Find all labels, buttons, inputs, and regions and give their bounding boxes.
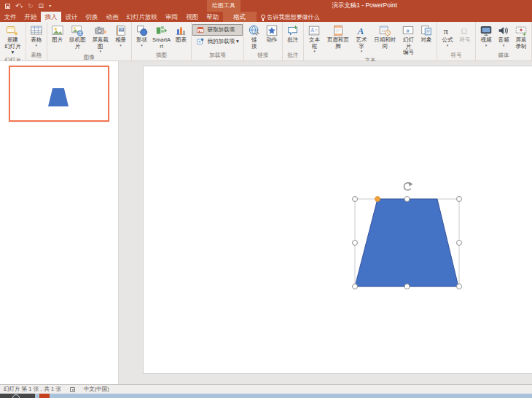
symbol-button[interactable]: Ω符号 — [456, 23, 474, 44]
pictures-label: 图片 — [52, 37, 63, 44]
slide-counter[interactable]: 幻灯片 第 1 张，共 1 张 — [4, 386, 61, 393]
equation-label: 公式▾ — [442, 37, 453, 47]
redo-icon[interactable]: ↻ — [28, 2, 34, 9]
slide-thumbnail-1[interactable] — [9, 66, 109, 122]
customize-quick-access-icon[interactable]: ▾ — [49, 2, 51, 9]
group-label-tables: 表格 — [26, 52, 47, 61]
get-add-ins-button[interactable]: 获取加载项 — [193, 25, 241, 35]
resize-handle-bottom-right[interactable] — [457, 284, 462, 289]
rotate-handle-icon[interactable] — [404, 182, 412, 190]
link-label: 链接 — [251, 37, 257, 50]
comment-icon — [286, 24, 300, 37]
table-label: 表格▾ — [31, 37, 42, 47]
symbol-icon: Ω — [458, 24, 472, 37]
store-icon — [196, 26, 205, 34]
tab-view[interactable]: 视图 — [182, 12, 203, 22]
svg-text:A: A — [310, 28, 315, 34]
action-button[interactable]: 动作 — [263, 23, 281, 44]
equation-icon: π — [441, 24, 454, 37]
shapes-label: 形状▾ — [136, 37, 147, 47]
tab-design[interactable]: 设计 — [61, 12, 82, 22]
photo-album-button[interactable]: 相册▾ — [112, 23, 130, 48]
window-title: 演示文稿1 - PowerPoint — [332, 1, 397, 10]
header-footer-button[interactable]: 页眉和页脚 — [324, 23, 352, 50]
tab-insert[interactable]: 插入 — [41, 12, 61, 22]
tab-file[interactable]: 文件 — [0, 12, 20, 22]
tab-help[interactable]: 帮助 — [203, 12, 223, 22]
resize-handle-right[interactable] — [457, 241, 462, 246]
powerpoint-taskbar-icon — [39, 394, 50, 398]
chart-button[interactable]: 图表 — [172, 23, 189, 44]
resize-handle-bottom-left[interactable] — [353, 284, 358, 289]
adjust-handle[interactable] — [375, 197, 380, 202]
resize-handle-top[interactable] — [404, 197, 410, 202]
pictures-button[interactable]: 图片 — [49, 23, 66, 44]
tab-review[interactable]: 审阅 — [162, 12, 182, 22]
context-tool-group-label: 绘图工具 — [207, 0, 240, 12]
tab-animations[interactable]: 动画 — [102, 12, 122, 22]
tab-home[interactable]: 开始 — [20, 12, 41, 22]
equation-button[interactable]: π公式▾ — [439, 23, 456, 48]
shapes-button[interactable]: 形状▾ — [133, 23, 151, 48]
accessibility-icon[interactable] — [70, 387, 75, 392]
language-indicator[interactable]: 中文(中国) — [84, 386, 109, 393]
comment-label: 批注 — [287, 37, 298, 44]
my-add-ins-label: 我的加载项 ▾ — [207, 39, 238, 45]
smartart-button[interactable]: SmartArt — [151, 23, 173, 50]
trapezoid-shape[interactable] — [355, 199, 458, 286]
audio-button[interactable]: 音频▾ — [495, 23, 512, 48]
undo-icon[interactable]: ↶▾ — [15, 2, 23, 10]
svg-text:#: # — [407, 28, 410, 34]
ribbon-group-slides: 新建幻灯片 ▾幻灯片 — [0, 22, 26, 61]
link-button[interactable]: 链接 — [246, 23, 263, 50]
link-icon — [248, 24, 261, 37]
tell-me-search[interactable]: 告诉我您想要做什么 — [257, 12, 324, 22]
group-label-media: 媒体 — [476, 52, 531, 61]
header-footer-icon — [332, 24, 345, 37]
pictures-icon — [51, 24, 64, 37]
photo-album-icon — [114, 24, 128, 37]
comment-button[interactable]: 批注 — [284, 23, 302, 44]
svg-text:π: π — [444, 26, 449, 36]
resize-handle-top-right[interactable] — [457, 197, 462, 202]
new-slide-button[interactable]: 新建幻灯片 ▾ — [1, 23, 24, 57]
ribbon-group-illustrations: 形状▾SmartArt图表插图 — [132, 22, 192, 61]
new-slide-label: 新建幻灯片 ▾ — [3, 37, 23, 56]
thumbnail-trapezoid-shape — [48, 88, 69, 106]
slide-number-button[interactable]: #幻灯片编号 — [399, 23, 418, 57]
start-slideshow-icon[interactable]: ⊡ — [39, 2, 44, 9]
video-icon — [480, 24, 493, 37]
screenshot-icon — [94, 24, 107, 37]
wordart-button[interactable]: A艺术字▾ — [352, 23, 370, 54]
slide-number-label: 幻灯片编号 — [401, 37, 416, 56]
video-button[interactable]: 视频▾ — [477, 23, 495, 48]
resize-handle-bottom[interactable] — [404, 284, 410, 289]
smartart-label: SmartArt — [152, 37, 171, 50]
tab-transitions[interactable]: 切换 — [82, 12, 102, 22]
title-bar: ↶▾ ↻ ⊡ ▾ 绘图工具 演示文稿1 - PowerPoint — [0, 0, 532, 12]
screen-recording-button[interactable]: 屏幕录制 — [512, 23, 530, 50]
table-button[interactable]: 表格▾ — [28, 23, 45, 48]
screenshot-button[interactable]: 屏幕截图▾ — [89, 23, 112, 54]
action-icon — [265, 24, 278, 37]
text-box-button[interactable]: A文本框▾ — [305, 23, 324, 54]
tell-me-label: 告诉我您想要做什么 — [267, 13, 320, 21]
resize-handle-left[interactable] — [353, 241, 358, 246]
online-pictures-icon — [71, 24, 84, 37]
group-label-comments: 批注 — [283, 52, 303, 61]
symbol-label: 符号 — [460, 37, 471, 44]
audio-label: 音频▾ — [498, 37, 509, 47]
ribbon-tabs: 文件开始插入设计切换动画幻灯片放映审阅视图帮助格式告诉我您想要做什么 — [0, 12, 532, 22]
action-label: 动作 — [266, 37, 277, 44]
resize-handle-top-left[interactable] — [353, 197, 358, 202]
audio-icon — [497, 24, 510, 37]
text-box-label: 文本框▾ — [307, 37, 322, 53]
save-icon[interactable] — [5, 4, 10, 9]
online-pictures-button[interactable]: 联机图片 — [66, 23, 89, 50]
object-button[interactable]: 对象 — [418, 23, 435, 44]
new-slide-icon — [6, 24, 19, 37]
date-time-button[interactable]: 日期和时间 — [371, 23, 399, 50]
tab-format[interactable]: 格式 — [223, 12, 257, 22]
my-add-ins-button[interactable]: 我的加载项 ▾ — [193, 36, 241, 47]
tab-slide-show[interactable]: 幻灯片放映 — [122, 12, 162, 22]
